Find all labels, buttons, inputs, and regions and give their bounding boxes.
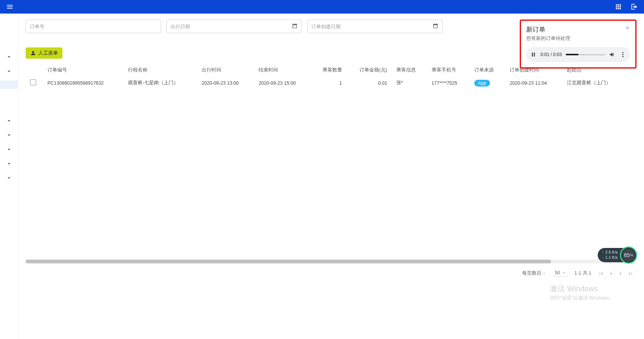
per-page-label: 每页数目： xyxy=(522,270,547,277)
per-page-select[interactable]: 50 xyxy=(553,270,568,277)
table-row[interactable]: PC1308602995598917632 观音桥-七星岗（上门） 2020-0… xyxy=(26,76,628,90)
sidebar-toggle-6[interactable] xyxy=(0,157,18,171)
cell-create-time: 2020-09-23 11:04 xyxy=(505,76,562,90)
audio-more-button[interactable] xyxy=(620,51,626,58)
chevron-right-icon xyxy=(618,271,624,277)
chevron-down-icon xyxy=(6,160,12,167)
sidebar-collapsed xyxy=(0,14,18,339)
cell-passenger-info: 张* xyxy=(392,76,427,90)
network-percent: 65 xyxy=(624,252,630,258)
pagination-bar: 每页数目： 50 1-1 共 1 xyxy=(26,263,636,283)
audio-progress xyxy=(566,54,579,55)
logout-button[interactable] xyxy=(629,2,639,12)
audio-track[interactable] xyxy=(566,54,605,55)
first-page-icon xyxy=(598,271,604,277)
svg-point-0 xyxy=(623,52,624,53)
volume-button[interactable] xyxy=(609,51,616,58)
cell-passenger-count: 1 xyxy=(311,76,347,90)
page-range: 1-1 共 1 xyxy=(574,270,591,277)
per-page-value: 50 xyxy=(555,270,560,275)
last-page-icon xyxy=(627,271,633,277)
sidebar-toggle-4[interactable] xyxy=(0,128,18,142)
main-content: 人工派单 订单编号 行程名称 出行时间 结束时间 乘客数量 订单金额(元) 乘客… xyxy=(18,14,644,339)
col-order-no: 订单编号 xyxy=(43,64,123,76)
col-travel-time: 出行时间 xyxy=(197,64,254,76)
calendar-icon xyxy=(292,23,298,30)
person-icon xyxy=(30,50,36,56)
last-page-button[interactable] xyxy=(627,271,633,277)
create-date-field[interactable] xyxy=(307,20,443,33)
download-speed: 1.1 K/s xyxy=(602,255,618,260)
cell-source: App xyxy=(470,76,505,90)
order-no-field[interactable] xyxy=(26,20,161,33)
cell-amount: 0.01 xyxy=(347,76,392,90)
notification-subtitle: 您有新的订单待处理 xyxy=(526,35,630,42)
chevron-down-icon xyxy=(6,146,12,153)
chevron-down-icon xyxy=(6,132,12,138)
network-percent-unit: % xyxy=(630,253,633,257)
sidebar-toggle-5[interactable] xyxy=(0,142,18,157)
first-page-button[interactable] xyxy=(598,271,604,277)
upload-speed: 2.5 K/s xyxy=(602,250,618,255)
sidebar-toggle-7[interactable] xyxy=(0,171,18,185)
logout-icon xyxy=(630,3,638,11)
next-page-button[interactable] xyxy=(618,271,624,277)
volume-icon xyxy=(609,51,616,58)
cell-trip-name: 观音桥-七星岗（上门） xyxy=(123,76,197,90)
travel-date-input[interactable] xyxy=(171,24,292,29)
col-passenger-phone: 乘客手机号 xyxy=(427,64,470,76)
cell-end-time: 2020-09-23 15:00 xyxy=(254,76,311,90)
col-passenger-info: 乘客信息 xyxy=(392,64,427,76)
col-end-time: 结束时间 xyxy=(254,64,311,76)
scrollbar-thumb[interactable] xyxy=(26,260,551,263)
pager-buttons xyxy=(598,271,633,277)
new-order-notification: 新订单 您有新的订单待处理 0:01 / 0:03 xyxy=(520,20,636,68)
col-trip-name: 行程名称 xyxy=(123,64,197,76)
manual-dispatch-label: 人工派单 xyxy=(38,50,58,56)
travel-date-field[interactable] xyxy=(166,20,302,33)
chevron-down-icon xyxy=(6,175,12,181)
more-vertical-icon xyxy=(620,51,626,58)
network-percent-circle: 65% xyxy=(620,246,637,264)
cell-passenger-phone: 177****7525 xyxy=(427,76,470,90)
top-bar xyxy=(0,0,644,14)
manual-dispatch-button[interactable]: 人工派单 xyxy=(26,47,62,59)
sidebar-active-indicator xyxy=(0,81,18,89)
chevron-down-icon xyxy=(6,53,12,60)
row-checkbox[interactable] xyxy=(30,79,36,85)
source-badge: App xyxy=(474,80,490,87)
col-source: 订单来源 xyxy=(470,64,505,76)
apps-grid-button[interactable] xyxy=(613,2,624,12)
menu-toggle-button[interactable] xyxy=(5,2,15,12)
sidebar-toggle-3[interactable] xyxy=(0,114,18,128)
close-icon xyxy=(625,25,630,30)
order-no-input[interactable] xyxy=(30,24,157,29)
prev-page-button[interactable] xyxy=(608,271,614,277)
hamburger-icon xyxy=(6,3,14,11)
calendar-icon xyxy=(432,23,438,30)
col-passenger-count: 乘客数量 xyxy=(311,64,347,76)
cell-start-point: 江北观音桥（上门） xyxy=(562,76,628,90)
chevron-up-icon xyxy=(6,68,12,74)
orders-table-wrap: 订单编号 行程名称 出行时间 结束时间 乘客数量 订单金额(元) 乘客信息 乘客… xyxy=(26,64,636,263)
pause-icon xyxy=(530,51,537,58)
grid-icon xyxy=(615,3,622,11)
col-amount: 订单金额(元) xyxy=(347,64,392,76)
svg-point-1 xyxy=(623,54,624,55)
sidebar-toggle-1[interactable] xyxy=(0,50,18,64)
cell-order-no: PC1308602995598917632 xyxy=(43,76,123,90)
create-date-input[interactable] xyxy=(311,24,432,29)
sidebar-toggle-2[interactable] xyxy=(0,64,18,78)
pause-button[interactable] xyxy=(530,51,537,58)
horizontal-scrollbar[interactable] xyxy=(26,260,636,263)
dropdown-icon xyxy=(562,271,566,275)
chevron-left-icon xyxy=(608,271,614,277)
audio-player[interactable]: 0:01 / 0:03 xyxy=(526,47,630,62)
cell-travel-time: 2020-09-23 13:00 xyxy=(197,76,254,90)
network-speed-widget[interactable]: 2.5 K/s 1.1 K/s 65% xyxy=(598,246,637,264)
chevron-down-icon xyxy=(6,117,12,124)
notification-close-button[interactable] xyxy=(625,25,630,32)
audio-time: 0:01 / 0:03 xyxy=(540,52,562,57)
svg-point-2 xyxy=(623,56,624,57)
notification-title: 新订单 xyxy=(526,25,545,34)
